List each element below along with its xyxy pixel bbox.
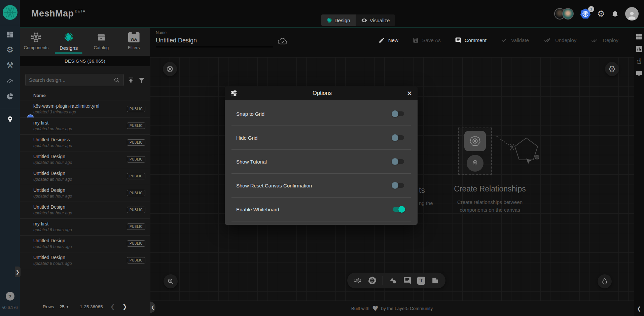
header-right: 1 ⚙	[554, 0, 639, 28]
public-badge: PUBLIC	[127, 223, 145, 230]
filters-wasm-icon: WA	[128, 31, 140, 44]
zoom-in-button[interactable]	[164, 274, 178, 288]
tab-filters[interactable]: WA Filters	[119, 31, 149, 53]
tab-designs[interactable]: ✺ Designs	[53, 31, 84, 54]
hide-grid-toggle[interactable]	[393, 135, 404, 140]
rail-dashboard-icon[interactable]	[6, 30, 14, 39]
design-row[interactable]: my first updated 6 hours ago PUBLIC	[20, 219, 150, 236]
rail-meshmap-pin-icon[interactable]	[6, 115, 14, 124]
show-tutorial-toggle[interactable]	[393, 159, 404, 164]
design-row[interactable]: my first updated an hour ago PUBLIC	[20, 118, 150, 135]
rail-performance-gauge-icon[interactable]	[6, 76, 14, 85]
design-row[interactable]: Untitled Designss updated an hour ago PU…	[20, 135, 150, 151]
right-rail-touch-icon[interactable]: ☝	[637, 58, 641, 65]
tab-components[interactable]: Components	[21, 31, 51, 53]
kubernetes-count-badge: 1	[588, 6, 594, 12]
comment-icon	[455, 37, 461, 43]
search-input[interactable]	[29, 77, 113, 83]
filter-funnel-icon[interactable]	[138, 76, 145, 84]
deploy-button[interactable]: Deploy	[591, 37, 618, 43]
next-page-button[interactable]: ❯	[122, 304, 127, 310]
option-label: Enable Whiteboard	[236, 207, 279, 212]
rail-configuration-tools-icon[interactable]: ⚒	[6, 61, 14, 70]
close-icon[interactable]: ✕	[407, 90, 412, 97]
pagination-range: 1-25 36065	[80, 304, 103, 309]
footer-collapse-button[interactable]: ❮	[150, 302, 155, 313]
mode-switch: ✺ Design Visualize	[321, 14, 395, 26]
notifications-bell-icon[interactable]	[611, 10, 619, 18]
right-rail-grid-icon[interactable]	[635, 33, 643, 40]
tab-visualize[interactable]: Visualize	[356, 14, 395, 26]
option-label: Snap to Grid	[236, 111, 264, 117]
snap-to-grid-toggle[interactable]	[393, 111, 404, 116]
rail-extensions-pie-icon[interactable]	[6, 92, 14, 101]
dock-component-icon[interactable]	[353, 276, 362, 285]
rows-per-page-select[interactable]: 25 ▾	[60, 304, 69, 309]
column-header-name: Name	[20, 90, 150, 101]
collaborator-avatar-2[interactable]	[562, 8, 574, 20]
top-header: MeshMap BETA ✺ Design Visualize 1	[20, 0, 644, 28]
prev-page-button[interactable]: ❮	[110, 304, 115, 310]
tab-catalog[interactable]: Catalog	[86, 31, 116, 53]
ink-drop-button[interactable]	[598, 274, 612, 288]
public-badge: PUBLIC	[127, 156, 145, 163]
settings-gear-icon[interactable]: ⚙	[597, 9, 605, 18]
options-modal-body: Snap to Grid Hide Grid Show Tutorial Sho…	[225, 100, 418, 225]
upload-design-icon[interactable]	[127, 76, 135, 84]
design-row[interactable]: Untitled Design updated an hour ago PUBL…	[20, 151, 150, 168]
collaborator-avatars[interactable]	[554, 8, 574, 20]
right-rail-chart-icon[interactable]	[635, 45, 643, 53]
beta-tag: BETA	[75, 9, 86, 13]
panel-tabs: Components ✺ Designs Catalog WA Filters	[20, 28, 150, 56]
tune-sliders-icon	[230, 90, 238, 97]
dock-media-icon[interactable]	[431, 276, 439, 285]
pencil-icon	[379, 37, 385, 43]
show-reset-canvas-confirmation-toggle[interactable]	[393, 183, 404, 188]
help-button[interactable]: ?	[6, 292, 14, 301]
tab-design[interactable]: ✺ Design	[321, 14, 356, 26]
save-as-label: Save As	[422, 37, 441, 43]
layer5-logo[interactable]	[0, 0, 20, 25]
panel-expand-button[interactable]: ❯	[15, 267, 21, 277]
rows-label: Rows	[43, 304, 54, 309]
new-design-button[interactable]: New	[379, 37, 398, 43]
dock-comment-icon[interactable]	[403, 276, 412, 285]
dock-kubernetes-icon[interactable]	[368, 276, 377, 285]
dock-shapes-icon[interactable]	[389, 276, 397, 285]
components-chip-icon	[30, 31, 42, 44]
save-as-button[interactable]: Save As	[413, 37, 441, 43]
design-owner-avatar	[27, 114, 34, 118]
design-row[interactable]: k8s-wasm-plugin-ratelimiter.yml updated …	[20, 101, 150, 118]
canvas-settings-gear-button[interactable]: ⚙	[605, 62, 619, 76]
built-with-text: Built with	[351, 306, 369, 311]
undeploy-button[interactable]: Undeploy	[543, 37, 576, 43]
design-row[interactable]: Untitled Design updated 8 hours ago PUBL…	[20, 252, 150, 269]
design-row[interactable]: Untitled Design updated 8 hours ago PUBL…	[20, 236, 150, 252]
rail-bottom: ? v0.6.176	[0, 292, 20, 310]
app-version: v0.6.176	[2, 305, 17, 310]
kubernetes-canvas-button[interactable]	[163, 62, 177, 76]
designs-panel: Components ✺ Designs Catalog WA Filters …	[20, 28, 150, 316]
design-actions: New Save As Comment Validate	[379, 37, 618, 43]
validate-button[interactable]: Validate	[501, 37, 529, 43]
dock-text-tool-icon[interactable]: T	[417, 277, 425, 285]
enable-whiteboard-toggle[interactable]	[393, 207, 404, 212]
right-rail-monitor-icon[interactable]	[635, 70, 643, 77]
design-spiral-icon: ✺	[327, 17, 332, 24]
user-avatar[interactable]	[625, 7, 639, 21]
right-rail-collapse-button[interactable]: ❮	[637, 306, 641, 311]
heart-icon: ♥	[372, 305, 379, 313]
search-box[interactable]	[25, 74, 124, 86]
design-name-input[interactable]	[156, 35, 273, 47]
tab-components-label: Components	[24, 45, 49, 50]
design-row[interactable]: Untitled Design updated an hour ago PUBL…	[20, 168, 150, 185]
rail-lifecycle-gears-icon[interactable]: ⚙	[6, 45, 14, 54]
canvas-dock: T	[347, 273, 445, 288]
comment-button[interactable]: Comment	[455, 37, 487, 43]
design-row[interactable]: Untitled Design updated an hour ago PUBL…	[20, 202, 150, 219]
design-row[interactable]: Untitled Design updated an hour ago PUBL…	[20, 185, 150, 202]
public-badge: PUBLIC	[127, 106, 145, 112]
kubernetes-context-button[interactable]: 1	[580, 8, 591, 20]
hint-relationship-graphic	[487, 126, 561, 187]
public-badge: PUBLIC	[127, 257, 145, 264]
